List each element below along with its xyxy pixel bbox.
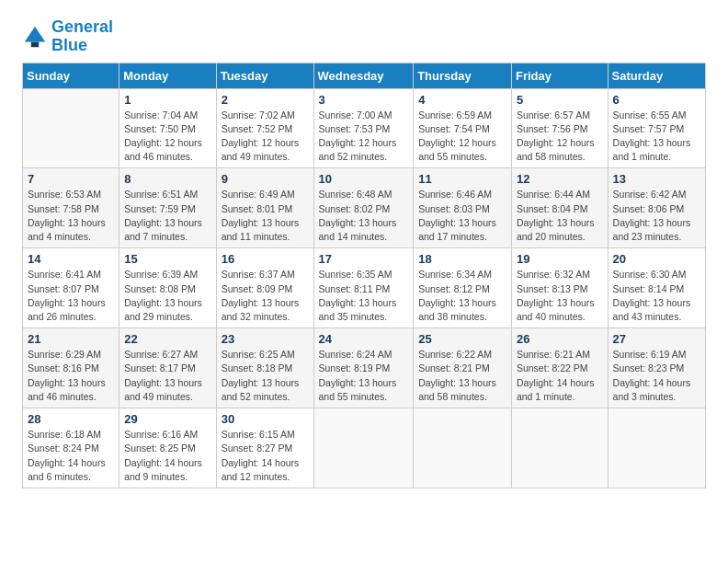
day-number: 30	[222, 412, 309, 426]
calendar-cell: 3Sunrise: 7:00 AMSunset: 7:53 PMDaylight…	[313, 88, 414, 168]
calendar-cell: 4Sunrise: 6:59 AMSunset: 7:54 PMDaylight…	[414, 88, 512, 168]
day-number: 4	[418, 93, 506, 107]
calendar-cell	[414, 408, 512, 488]
day-number: 26	[517, 332, 603, 346]
calendar-cell: 15Sunrise: 6:39 AMSunset: 8:08 PMDayligh…	[119, 248, 216, 328]
day-number: 27	[613, 332, 700, 346]
day-number: 21	[28, 332, 114, 346]
calendar-cell: 5Sunrise: 6:57 AMSunset: 7:56 PMDaylight…	[511, 88, 608, 168]
day-number: 15	[124, 252, 210, 266]
calendar-cell: 30Sunrise: 6:15 AMSunset: 8:27 PMDayligh…	[216, 408, 313, 488]
day-number: 10	[319, 172, 409, 186]
calendar-cell: 8Sunrise: 6:51 AMSunset: 7:59 PMDaylight…	[119, 168, 216, 248]
day-number: 7	[28, 172, 114, 186]
day-info: Sunrise: 6:55 AMSunset: 7:57 PMDaylight:…	[613, 109, 700, 165]
day-info: Sunrise: 7:02 AMSunset: 7:52 PMDaylight:…	[222, 109, 309, 165]
week-row-1: 1Sunrise: 7:04 AMSunset: 7:50 PMDaylight…	[23, 88, 706, 168]
day-number: 3	[319, 93, 409, 107]
week-row-3: 14Sunrise: 6:41 AMSunset: 8:07 PMDayligh…	[23, 248, 706, 328]
day-number: 18	[418, 252, 506, 266]
page: General Blue SundayMondayTuesdayWednesda…	[0, 0, 728, 563]
day-info: Sunrise: 6:19 AMSunset: 8:23 PMDaylight:…	[613, 348, 700, 404]
column-header-tuesday: Tuesday	[216, 63, 313, 88]
day-info: Sunrise: 6:25 AMSunset: 8:18 PMDaylight:…	[222, 348, 309, 404]
column-header-sunday: Sunday	[23, 63, 119, 88]
calendar-cell: 12Sunrise: 6:44 AMSunset: 8:04 PMDayligh…	[511, 168, 608, 248]
column-header-friday: Friday	[511, 63, 608, 88]
calendar-cell: 17Sunrise: 6:35 AMSunset: 8:11 PMDayligh…	[313, 248, 414, 328]
day-info: Sunrise: 6:29 AMSunset: 8:16 PMDaylight:…	[28, 348, 114, 404]
calendar-table: SundayMondayTuesdayWednesdayThursdayFrid…	[22, 63, 706, 488]
day-number: 24	[319, 332, 409, 346]
day-number: 16	[222, 252, 309, 266]
day-info: Sunrise: 6:32 AMSunset: 8:13 PMDaylight:…	[517, 268, 603, 324]
week-row-4: 21Sunrise: 6:29 AMSunset: 8:16 PMDayligh…	[23, 328, 706, 408]
day-number: 29	[124, 412, 210, 426]
column-header-thursday: Thursday	[414, 63, 512, 88]
column-header-monday: Monday	[119, 63, 216, 88]
calendar-cell: 20Sunrise: 6:30 AMSunset: 8:14 PMDayligh…	[608, 248, 705, 328]
day-info: Sunrise: 6:57 AMSunset: 7:56 PMDaylight:…	[517, 109, 603, 165]
day-info: Sunrise: 6:44 AMSunset: 8:04 PMDaylight:…	[517, 188, 603, 244]
calendar-cell: 2Sunrise: 7:02 AMSunset: 7:52 PMDaylight…	[216, 88, 313, 168]
day-number: 9	[222, 172, 309, 186]
calendar-cell: 28Sunrise: 6:18 AMSunset: 8:24 PMDayligh…	[23, 408, 119, 488]
day-info: Sunrise: 6:30 AMSunset: 8:14 PMDaylight:…	[613, 268, 700, 324]
calendar-cell: 29Sunrise: 6:16 AMSunset: 8:25 PMDayligh…	[119, 408, 216, 488]
svg-marker-0	[25, 27, 45, 42]
calendar-cell: 23Sunrise: 6:25 AMSunset: 8:18 PMDayligh…	[216, 328, 313, 408]
calendar-cell: 6Sunrise: 6:55 AMSunset: 7:57 PMDaylight…	[608, 88, 705, 168]
day-number: 8	[124, 172, 210, 186]
day-number: 20	[613, 252, 700, 266]
calendar-cell: 14Sunrise: 6:41 AMSunset: 8:07 PMDayligh…	[23, 248, 119, 328]
day-info: Sunrise: 6:41 AMSunset: 8:07 PMDaylight:…	[28, 268, 114, 324]
day-info: Sunrise: 6:21 AMSunset: 8:22 PMDaylight:…	[517, 348, 603, 404]
calendar-cell: 7Sunrise: 6:53 AMSunset: 7:58 PMDaylight…	[23, 168, 119, 248]
calendar-cell: 10Sunrise: 6:48 AMSunset: 8:02 PMDayligh…	[313, 168, 414, 248]
calendar-cell: 27Sunrise: 6:19 AMSunset: 8:23 PMDayligh…	[608, 328, 705, 408]
day-number: 11	[418, 172, 506, 186]
calendar-cell: 21Sunrise: 6:29 AMSunset: 8:16 PMDayligh…	[23, 328, 119, 408]
day-number: 19	[517, 252, 603, 266]
day-number: 5	[517, 93, 603, 107]
svg-rect-1	[31, 41, 39, 47]
day-number: 2	[222, 93, 309, 107]
calendar-cell: 22Sunrise: 6:27 AMSunset: 8:17 PMDayligh…	[119, 328, 216, 408]
day-info: Sunrise: 6:18 AMSunset: 8:24 PMDaylight:…	[28, 428, 114, 484]
week-row-2: 7Sunrise: 6:53 AMSunset: 7:58 PMDaylight…	[23, 168, 706, 248]
day-info: Sunrise: 6:49 AMSunset: 8:01 PMDaylight:…	[222, 188, 309, 244]
day-info: Sunrise: 6:48 AMSunset: 8:02 PMDaylight:…	[319, 188, 409, 244]
day-number: 25	[418, 332, 506, 346]
column-header-saturday: Saturday	[608, 63, 705, 88]
calendar-cell: 9Sunrise: 6:49 AMSunset: 8:01 PMDaylight…	[216, 168, 313, 248]
day-info: Sunrise: 6:16 AMSunset: 8:25 PMDaylight:…	[124, 428, 210, 484]
day-number: 13	[613, 172, 700, 186]
day-info: Sunrise: 6:42 AMSunset: 8:06 PMDaylight:…	[613, 188, 700, 244]
day-number: 6	[613, 93, 700, 107]
day-info: Sunrise: 6:46 AMSunset: 8:03 PMDaylight:…	[418, 188, 506, 244]
day-info: Sunrise: 7:00 AMSunset: 7:53 PMDaylight:…	[319, 109, 409, 165]
logo: General Blue	[22, 18, 113, 55]
day-number: 12	[517, 172, 603, 186]
day-info: Sunrise: 6:15 AMSunset: 8:27 PMDaylight:…	[222, 428, 309, 484]
day-info: Sunrise: 7:04 AMSunset: 7:50 PMDaylight:…	[124, 109, 210, 165]
calendar-cell: 24Sunrise: 6:24 AMSunset: 8:19 PMDayligh…	[313, 328, 414, 408]
day-info: Sunrise: 6:37 AMSunset: 8:09 PMDaylight:…	[222, 268, 309, 324]
day-info: Sunrise: 6:53 AMSunset: 7:58 PMDaylight:…	[28, 188, 114, 244]
day-info: Sunrise: 6:34 AMSunset: 8:12 PMDaylight:…	[418, 268, 506, 324]
day-number: 1	[124, 93, 210, 107]
calendar-cell	[511, 408, 608, 488]
day-info: Sunrise: 6:39 AMSunset: 8:08 PMDaylight:…	[124, 268, 210, 324]
calendar-cell	[23, 88, 119, 168]
day-info: Sunrise: 6:59 AMSunset: 7:54 PMDaylight:…	[418, 109, 506, 165]
header: General Blue	[22, 18, 706, 55]
calendar-cell: 11Sunrise: 6:46 AMSunset: 8:03 PMDayligh…	[414, 168, 512, 248]
calendar-cell: 25Sunrise: 6:22 AMSunset: 8:21 PMDayligh…	[414, 328, 512, 408]
calendar-cell: 26Sunrise: 6:21 AMSunset: 8:22 PMDayligh…	[511, 328, 608, 408]
week-row-5: 28Sunrise: 6:18 AMSunset: 8:24 PMDayligh…	[23, 408, 706, 488]
calendar-cell	[313, 408, 414, 488]
logo-icon	[22, 24, 48, 50]
day-number: 17	[319, 252, 409, 266]
column-header-wednesday: Wednesday	[313, 63, 414, 88]
calendar-cell: 13Sunrise: 6:42 AMSunset: 8:06 PMDayligh…	[608, 168, 705, 248]
